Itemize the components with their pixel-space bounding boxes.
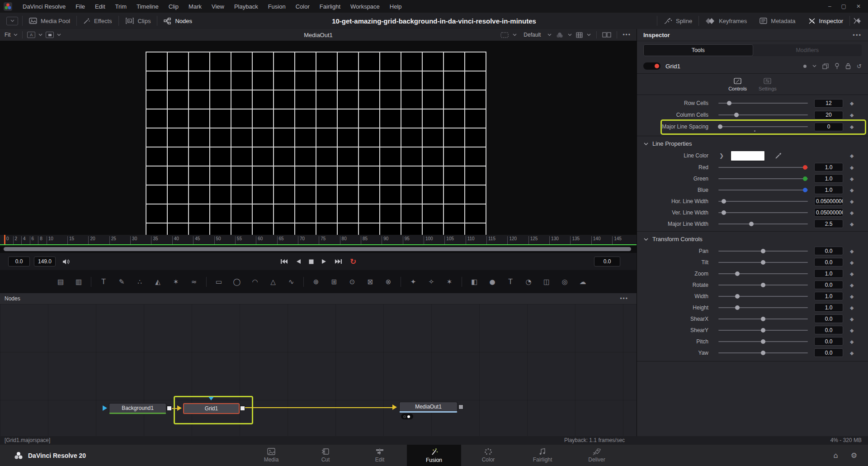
tool-merge-3d-icon[interactable]: ◫	[538, 278, 556, 286]
value-field-green[interactable]: 1.0	[814, 174, 843, 183]
slider-knob[interactable]	[735, 294, 740, 299]
slider-knob[interactable]	[734, 113, 739, 117]
slider-knob[interactable]	[761, 328, 765, 333]
tool-glow-icon[interactable]: ⊗	[379, 278, 397, 286]
slider-knob[interactable]	[803, 176, 807, 181]
menu-mark[interactable]: Mark	[184, 3, 207, 10]
value-field-major-line-width[interactable]: 2.5	[814, 219, 843, 228]
tool-merge-icon[interactable]: ⊕	[307, 278, 325, 286]
chevron-down-icon[interactable]	[587, 33, 591, 36]
subtab-controls[interactable]: Controls	[728, 78, 747, 91]
page-tab-fusion[interactable]: Fusion	[407, 445, 461, 466]
inspector-button[interactable]: Inspector	[802, 18, 849, 24]
go-to-start-button[interactable]	[280, 259, 288, 264]
keyframe-diamond-icon[interactable]: ◆	[850, 124, 854, 130]
menu-clip[interactable]: Clip	[164, 3, 184, 10]
loop-button[interactable]: ↻	[350, 258, 356, 266]
viewer-gain-gamma-button[interactable]: A	[27, 32, 35, 38]
slider-knob[interactable]	[761, 249, 765, 253]
page-tab-media[interactable]: Media	[244, 445, 298, 466]
tab-tools[interactable]: Tools	[643, 44, 753, 56]
playhead[interactable]	[4, 235, 5, 244]
viewer-options-button[interactable]: •••	[623, 32, 631, 38]
keyframe-diamond-icon[interactable]: ◆	[850, 164, 854, 170]
keyframe-diamond-icon[interactable]: ◆	[850, 304, 854, 310]
value-field-major-line-spacing[interactable]: 0	[814, 123, 843, 131]
slider-knob[interactable]	[735, 271, 740, 276]
nodes-options-button[interactable]: •••	[620, 295, 637, 302]
collapse-toggle[interactable]	[6, 17, 18, 25]
slider-track-pan[interactable]	[718, 251, 808, 252]
grid-overlay-icon[interactable]	[576, 32, 583, 38]
slider-knob[interactable]	[718, 124, 722, 129]
keyframe-diamond-icon[interactable]: ◆	[850, 338, 854, 344]
keyframe-diamond-icon[interactable]: ◆	[850, 327, 854, 333]
tool-transform-icon[interactable]: ⊠	[361, 278, 379, 286]
keyframe-diamond-icon[interactable]: ◆	[850, 293, 854, 299]
selection-box-icon[interactable]	[500, 32, 509, 38]
slider-track-sheary[interactable]	[718, 330, 808, 331]
tool-camera-3d-icon[interactable]: ◎	[556, 278, 574, 286]
value-field-height[interactable]: 1.0	[814, 303, 843, 312]
tool-bspline-mask-icon[interactable]: ∿	[282, 278, 300, 286]
keyframe-diamond-icon[interactable]: ◆	[850, 282, 854, 288]
value-field-yaw[interactable]: 0.0	[814, 348, 843, 357]
stop-button[interactable]	[309, 259, 314, 264]
menu-davinci-resolve[interactable]: DaVinci Resolve	[18, 3, 71, 10]
node-grid1[interactable]: Grid1	[183, 403, 240, 414]
go-to-end-button[interactable]	[335, 259, 342, 264]
reset-icon[interactable]: ↺	[857, 63, 862, 70]
menu-file[interactable]: File	[71, 3, 90, 10]
effects-button[interactable]: Effects	[77, 18, 118, 24]
tool-matte-control-icon[interactable]: ⊞	[325, 278, 343, 286]
slider-knob[interactable]	[761, 317, 765, 321]
menu-edit[interactable]: Edit	[90, 3, 110, 10]
play-button[interactable]	[321, 259, 327, 264]
value-field-row-cells[interactable]: 12	[814, 99, 843, 108]
page-tab-fairlight[interactable]: Fairlight	[515, 445, 570, 466]
keyframes-button[interactable]: Keyframes	[699, 18, 753, 24]
spline-button[interactable]: Spline	[657, 18, 698, 24]
background1-output-square[interactable]	[167, 406, 172, 411]
chevron-down-icon[interactable]	[568, 33, 572, 36]
eyedropper-icon[interactable]	[775, 152, 782, 159]
tool-rectangle-mask-icon[interactable]: ▭	[210, 278, 228, 286]
slider-track-ver-line-width[interactable]	[718, 212, 808, 213]
transform-controls-header[interactable]: Transform Controls	[637, 232, 868, 245]
slider-track-red[interactable]	[718, 167, 808, 168]
chevron-down-icon[interactable]	[547, 33, 552, 36]
tool-day-sky-icon[interactable]: ✶	[167, 278, 185, 286]
page-tab-deliver[interactable]: Deliver	[570, 445, 624, 466]
value-field-zoom[interactable]: 1.0	[814, 269, 843, 278]
tool-paint-icon[interactable]: ✎	[113, 278, 131, 286]
keyframe-diamond-icon[interactable]: ◆	[850, 198, 854, 204]
keyframe-diamond-icon[interactable]: ◆	[850, 187, 854, 193]
value-field-shearx[interactable]: 0.0	[814, 314, 843, 323]
slider-track-blue[interactable]	[718, 190, 808, 190]
menu-workspace[interactable]: Workspace	[345, 3, 385, 10]
value-field-hor-line-width[interactable]: 0.05000000	[814, 197, 843, 205]
node-background1[interactable]: Background1	[109, 403, 166, 414]
lock-icon[interactable]	[845, 63, 851, 69]
slider-knob[interactable]	[735, 305, 740, 310]
keyframe-diamond-icon[interactable]: ◆	[850, 271, 854, 276]
mediaout1-output-square[interactable]	[458, 404, 463, 409]
keyframe-diamond-icon[interactable]: ◆	[850, 350, 854, 356]
tool-text-3d-icon[interactable]: T	[501, 278, 519, 286]
slider-knob[interactable]	[803, 165, 807, 170]
media-pool-button[interactable]: Media Pool	[23, 18, 76, 24]
metadata-button[interactable]: Metadata	[753, 18, 802, 24]
slider-track-major-line-spacing[interactable]	[718, 126, 808, 127]
timeline-scrollbar-thumb[interactable]	[4, 247, 631, 251]
slider-track-width[interactable]	[718, 296, 808, 297]
keyframe-diamond-icon[interactable]: ◆	[850, 259, 854, 265]
play-reverse-button[interactable]	[296, 259, 301, 264]
tool-water-icon[interactable]: ≈	[185, 278, 203, 286]
slider-track-zoom[interactable]	[718, 273, 808, 274]
panel-layout-button[interactable]	[850, 18, 863, 24]
connection-grid1-mediaout1[interactable]	[244, 407, 393, 408]
subtab-settings[interactable]: Settings	[759, 78, 777, 91]
keyframe-diamond-icon[interactable]: ◆	[850, 316, 854, 322]
channels-icon[interactable]	[556, 32, 564, 38]
keyframe-diamond-icon[interactable]: ◆	[850, 100, 854, 106]
